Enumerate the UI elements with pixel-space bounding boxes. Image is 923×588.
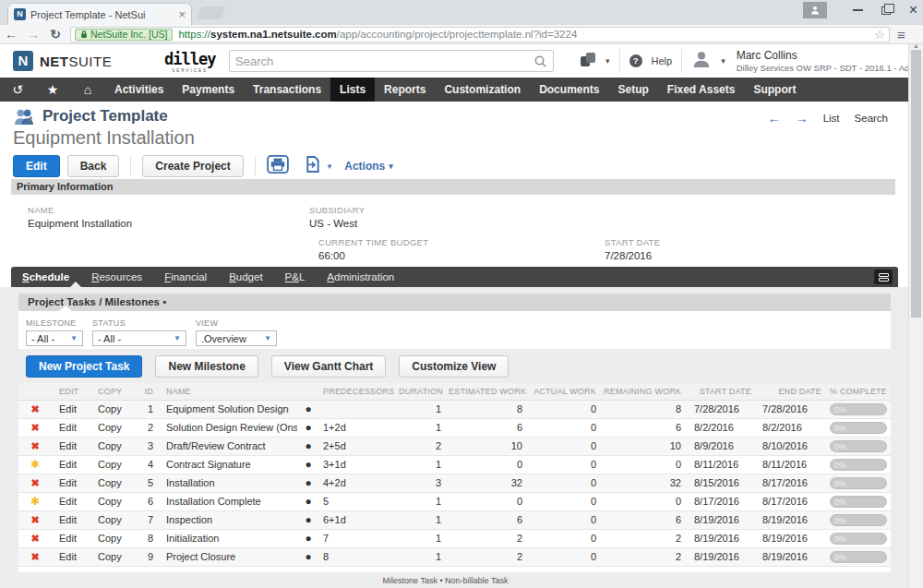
nav-item-transactions[interactable]: Transactions [244,78,330,102]
tab-close-icon[interactable]: × [178,7,186,21]
next-record-icon[interactable]: → [796,111,809,126]
export-record-icon[interactable] [306,156,320,176]
copy-link[interactable]: Copy [90,437,135,455]
copy-link[interactable]: Copy [90,492,135,510]
copy-link[interactable]: Copy [90,547,135,566]
actual-work-cell: 0 [530,474,604,492]
minimize-button[interactable] [853,9,863,11]
copy-link[interactable]: Copy [90,474,135,492]
duration-cell: 1 [399,455,449,474]
task-name-link[interactable]: Draft/Review Contract [159,437,297,455]
nav-item-lists[interactable]: Lists [330,78,375,102]
user-avatar-icon[interactable] [691,50,712,72]
bookmark-star-icon[interactable]: ☆ [874,28,885,42]
global-search-input[interactable] [235,54,533,68]
chrome-menu-icon[interactable]: ≡ [897,27,905,42]
reload-icon[interactable]: ↻ [44,27,66,42]
list-link[interactable]: List [823,113,840,124]
help-link[interactable]: Help [652,55,673,66]
address-bar[interactable]: NetSuite Inc. [US] https://system.na1.ne… [70,27,890,42]
task-name-link[interactable]: Contract Signature [159,455,297,474]
scrollbar-up-icon[interactable]: ▲ [913,42,919,49]
percent-complete-cell: 0% [827,437,891,455]
roles-icon[interactable] [580,52,596,71]
view-gantt-chart-button[interactable]: View Gantt Chart [271,355,386,378]
edit-link[interactable]: Edit [52,437,90,455]
home-icon[interactable]: ⌂ [70,82,105,97]
nav-item-reports[interactable]: Reports [375,78,435,102]
roles-caret-icon[interactable]: ▾ [605,56,610,66]
new-project-task-button[interactable]: New Project Task [26,355,142,378]
edit-button[interactable]: Edit [13,155,60,177]
status-filter-select[interactable]: - All - ▼ [92,330,186,346]
nav-item-documents[interactable]: Documents [530,78,608,102]
new-milestone-button[interactable]: New Milestone [155,355,258,378]
edit-link[interactable]: Edit [52,474,90,492]
edit-link[interactable]: Edit [52,529,90,547]
copy-link[interactable]: Copy [90,418,135,437]
edit-link[interactable]: Edit [52,492,90,510]
restore-button[interactable] [881,6,891,15]
nav-item-setup[interactable]: Setup [608,78,657,102]
nav-item-payments[interactable]: Payments [173,78,244,102]
subtab-title[interactable]: Project Tasks / Milestones • [18,294,891,311]
remaining-work-cell: 6 [604,418,689,437]
print-icon[interactable] [267,155,289,177]
url-text: https://system.na1.netsuite.com/app/acco… [178,29,577,40]
expand-tabs-icon[interactable] [874,270,893,284]
copy-link[interactable]: Copy [90,455,135,474]
task-name-link[interactable]: Installation Complete [159,492,297,510]
table-row: ✖EditCopy1Equipment Solution Design●1808… [18,400,891,418]
user-menu-caret-icon[interactable]: ▾ [721,56,725,66]
forward-icon[interactable]: → [22,27,44,42]
new-tab-button[interactable] [197,6,227,19]
recent-records-icon[interactable]: ↺ [0,82,35,97]
chrome-profile-button[interactable] [803,2,827,18]
edit-link[interactable]: Edit [52,418,90,437]
tab-budget[interactable]: Budget [218,267,273,287]
nav-item-support[interactable]: Support [744,78,805,102]
table-row: ✱EditCopy6Installation Complete●510008/1… [18,492,891,510]
actions-menu[interactable]: Actions ▾ [344,160,393,173]
page-scrollbar[interactable]: ▲ [908,44,923,588]
shortcuts-star-icon[interactable]: ★ [35,82,70,97]
close-button[interactable]: × [909,4,917,17]
copy-link[interactable]: Copy [90,400,135,418]
task-name-link[interactable]: Initialization [159,529,297,547]
task-name-link[interactable]: Equipment Solution Design [159,400,297,418]
tab-administration[interactable]: Administration [316,267,405,287]
edit-link[interactable]: Edit [52,510,90,529]
customize-view-button[interactable]: Customize View [399,355,509,378]
nav-item-customization[interactable]: Customization [435,78,530,102]
milestone-filter-select[interactable]: - All - ▼ [26,330,83,346]
back-icon[interactable]: ← [0,27,22,42]
browser-tab[interactable]: N Project Template - NetSui × [7,3,192,25]
task-name-link[interactable]: Solution Design Review (Onsite) [159,418,297,437]
search-icon[interactable] [533,54,547,68]
create-project-button[interactable]: Create Project [142,155,243,177]
task-name-link[interactable]: Project Closure [159,547,297,566]
edit-link[interactable]: Edit [52,547,90,566]
tab-pl[interactable]: P&L [274,267,317,287]
predecessors-cell: 2+5d [319,437,399,455]
view-filter-select[interactable]: .Overview ▼ [196,330,277,346]
export-caret-icon[interactable]: ▾ [328,162,332,171]
task-name-link[interactable]: Inspection [159,510,297,529]
prev-record-icon[interactable]: ← [768,111,781,126]
copy-link[interactable]: Copy [90,529,135,547]
nav-item-fixed-assets[interactable]: Fixed Assets [658,78,745,102]
task-name-link[interactable]: Installation [159,474,297,492]
tab-resources[interactable]: Resources [80,267,153,287]
edit-link[interactable]: Edit [52,400,90,418]
copy-link[interactable]: Copy [90,510,135,529]
edit-link[interactable]: Edit [52,455,90,474]
tab-financial[interactable]: Financial [153,267,218,287]
scrollbar-thumb[interactable] [911,50,921,318]
progress-bar: 0% [830,440,887,452]
search-link[interactable]: Search [855,113,888,124]
netsuite-logo[interactable]: N NETSUITE [13,51,112,71]
ev-certificate-badge[interactable]: NetSuite Inc. [US] [75,29,173,41]
nav-item-activities[interactable]: Activities [105,78,173,102]
back-button[interactable]: Back [67,155,120,177]
help-icon[interactable]: ? [629,54,642,67]
